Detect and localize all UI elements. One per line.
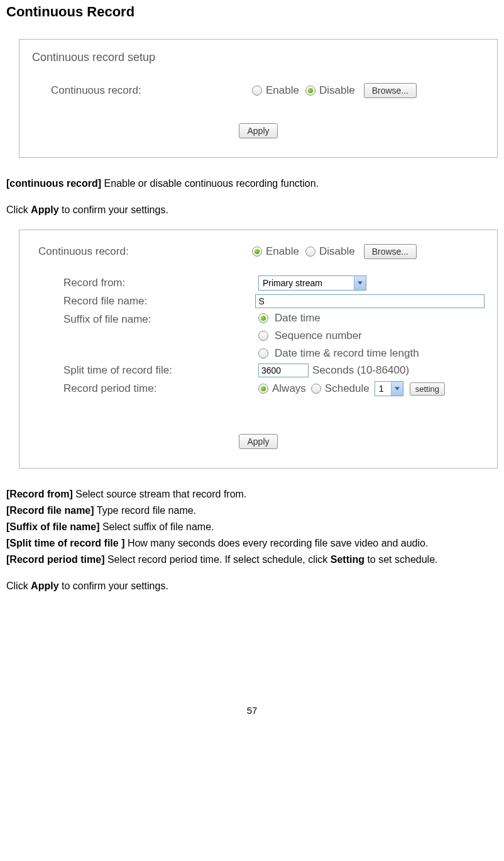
browse-button-2[interactable]: Browse... [364, 244, 417, 259]
split-time-hint: Seconds (10-86400) [312, 364, 409, 377]
desc-record-period: [Record period time] Select record perio… [6, 553, 498, 567]
radio-period-always-label: Always [272, 382, 306, 395]
radio-enable-label: Enable [266, 84, 299, 97]
radio-disable-icon[interactable] [305, 86, 315, 96]
chevron-down-icon [354, 276, 366, 290]
input-split-time[interactable] [258, 364, 309, 377]
radio-disable-label: Disable [319, 84, 355, 97]
apply-sentence-1: Click Apply to confirm your settings. [6, 204, 498, 216]
desc-split-time: [Split time of record file ] How many se… [6, 536, 498, 550]
apply-sentence-2: Click Apply to confirm your settings. [6, 580, 498, 592]
select-record-from-value: Primary stream [259, 278, 354, 288]
radio-suffix-both-label: Date time & record time length [275, 347, 419, 360]
radio-suffix-sequence-icon[interactable] [258, 331, 268, 341]
radio-disable-2-label: Disable [319, 245, 355, 258]
select-schedule-number[interactable]: 1 [375, 381, 403, 396]
input-record-file-name[interactable] [255, 294, 485, 308]
radio-suffix-datetime-label: Date time [275, 312, 320, 325]
radio-period-schedule-label: Schedule [325, 382, 370, 395]
select-record-from[interactable]: Primary stream [258, 275, 366, 291]
radio-disable-2-icon[interactable] [305, 247, 315, 257]
apply-button-2[interactable]: Apply [239, 434, 277, 449]
desc-record-from: [Record from] Select source stream that … [6, 487, 498, 501]
label-record-period: Record period time: [32, 382, 258, 395]
radio-enable-icon[interactable] [252, 86, 262, 96]
panel-continuous-record-setup: Continuous record setup Continuous recor… [19, 39, 498, 158]
label-split-time: Split time of record file: [32, 364, 258, 377]
desc-record-file-name: [Record file name] Type record file name… [6, 504, 498, 518]
select-schedule-number-value: 1 [375, 384, 391, 394]
page-number: 57 [6, 705, 498, 728]
radio-enable-2-icon[interactable] [252, 247, 262, 257]
radio-enable-2-label: Enable [266, 245, 299, 258]
chevron-down-icon [391, 382, 403, 396]
label-record-file-name: Record file name: [32, 295, 255, 308]
panel1-title: Continuous record setup [32, 51, 485, 64]
radio-suffix-both-icon[interactable] [258, 348, 268, 358]
radio-period-always-icon[interactable] [258, 384, 268, 394]
radio-suffix-datetime-icon[interactable] [258, 313, 268, 323]
desc-continuous-record: [continuous record] Enable or disable co… [6, 177, 498, 191]
radio-period-schedule-icon[interactable] [311, 384, 321, 394]
label-continuous-record: Continuous record: [32, 84, 252, 97]
page-title: Continuous Record [6, 4, 498, 20]
browse-button[interactable]: Browse... [364, 83, 417, 98]
apply-button-1[interactable]: Apply [239, 123, 277, 138]
label-suffix: Suffix of file name: [32, 312, 258, 326]
desc-suffix: [Suffix of file name] Select suffix of f… [6, 520, 498, 534]
radio-suffix-sequence-label: Sequence number [275, 330, 362, 342]
setting-button[interactable]: setting [410, 382, 445, 396]
panel-continuous-record-details: Continuous record: Enable Disable Browse… [19, 230, 498, 469]
label-record-from: Record from: [32, 277, 258, 289]
label-continuous-record-2: Continuous record: [32, 245, 252, 258]
